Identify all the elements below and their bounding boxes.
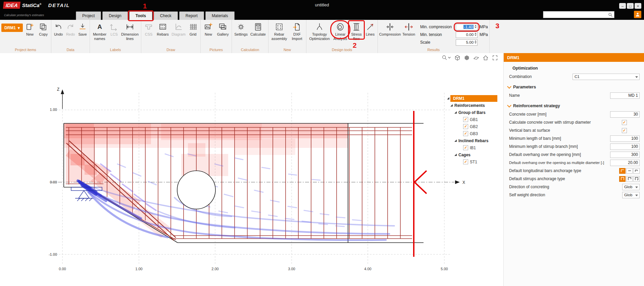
ribbon-rebar-assembly-button[interactable]: Rebar assembly	[270, 21, 289, 41]
calc-cover-checkbox[interactable]: ✓	[622, 120, 627, 125]
prop-row-name: Name MD 1	[504, 91, 644, 99]
restore-button[interactable]: □	[627, 3, 634, 9]
ribbon-dimension-lines-button[interactable]: Dimension lines	[120, 21, 140, 41]
zoom-button[interactable]	[442, 55, 451, 61]
search-input[interactable]	[545, 12, 608, 17]
collapse-arrow-icon[interactable]	[454, 111, 457, 114]
min-compression-input[interactable]: -1.40 3	[456, 24, 478, 30]
tree-item-inclined-rebars[interactable]: Inclined Rebars	[447, 137, 497, 144]
tab-project[interactable]: Project	[76, 11, 101, 20]
ribbon-topology-optimization-button[interactable]: Topology Optimization	[308, 21, 331, 41]
ribbon-copy-button[interactable]: Copy	[37, 21, 50, 37]
stirrup-open-button[interactable]	[626, 176, 633, 182]
collapse-arrow-icon[interactable]	[450, 104, 453, 107]
combination-select[interactable]: C1	[573, 74, 640, 80]
prop-row-direction-concreting: Direction of concreting Glob	[504, 183, 644, 191]
lines-label: Lines	[366, 32, 375, 37]
x-tick: 0.00	[59, 267, 66, 271]
concrete-cover-field[interactable]: 30	[610, 111, 640, 118]
ribbon-lcs-button[interactable]: LCS	[109, 21, 119, 37]
name-field[interactable]: MD 1	[610, 92, 640, 99]
ribbon-grid-button[interactable]: Grid	[187, 21, 199, 37]
anchorage-hook-button[interactable]	[619, 168, 626, 174]
min-length-bars-field[interactable]: 100	[610, 135, 640, 142]
ribbon-rebars-button[interactable]: Rebars	[155, 21, 170, 37]
collapse-arrow-icon[interactable]	[454, 139, 457, 142]
tab-check[interactable]: Check	[154, 11, 178, 20]
ribbon-group-data: Undo Redo Save Data	[51, 20, 90, 53]
self-weight-select[interactable]: Glob	[622, 192, 640, 198]
spinner-arrows[interactable]	[475, 40, 477, 44]
collapse-arrow-icon[interactable]	[447, 97, 449, 99]
tab-report[interactable]: Report	[179, 11, 204, 20]
ribbon-lines-button[interactable]: Lines	[364, 21, 376, 37]
anchorage-straight-button[interactable]	[626, 168, 633, 174]
section-parameters: Parameters	[504, 83, 644, 91]
prop-row-longitudinal-anchorage: Default longitudinal bars anchorage type	[504, 167, 644, 175]
stirrup-hook-button[interactable]	[633, 176, 640, 182]
tree-root-drm1[interactable]: DRM1	[447, 95, 497, 102]
tree-item-st1[interactable]: ✓ ST1	[447, 158, 497, 165]
ribbon-undo-button[interactable]: Undo	[53, 21, 64, 37]
model-canvas[interactable]: Z X 1.00 0.00 -1.00 0.00 1.00 2.00 3.00 …	[0, 53, 503, 286]
tab-design[interactable]: Design	[102, 11, 128, 20]
checkbox-checked-icon[interactable]: ✓	[463, 131, 468, 136]
chevron-down-icon[interactable]	[507, 103, 511, 108]
tree-item-gb1[interactable]: ✓ GB1	[447, 116, 497, 123]
tree-item-gb2[interactable]: ✓ GB2	[447, 123, 497, 130]
structural-view[interactable]: Z X 1.00 0.00 -1.00 0.00 1.00 2.00 3.00 …	[0, 53, 503, 286]
group-label-data: Data	[53, 47, 88, 53]
spinner-arrows[interactable]	[475, 33, 477, 36]
user-account-button[interactable]	[634, 11, 641, 18]
ribbon-member-names-button[interactable]: A Member names	[91, 21, 108, 41]
collapse-arrow-icon[interactable]	[454, 154, 457, 156]
tab-tools[interactable]: Tools 1	[129, 11, 152, 20]
overhang-multiple-field[interactable]: 20.00	[610, 160, 640, 166]
checkbox-checked-icon[interactable]: ✓	[463, 117, 468, 122]
checkbox-checked-icon[interactable]: ✓	[463, 145, 468, 150]
ribbon-css-button[interactable]: CSS	[143, 21, 155, 37]
ribbon-tension-button[interactable]: Tension	[401, 21, 416, 37]
ribbon-gallery-button[interactable]: Gallery	[215, 21, 230, 37]
ribbon-stress-flow-button[interactable]: Stress flow 2	[349, 21, 363, 41]
checkbox-checked-icon[interactable]: ✓	[463, 124, 468, 129]
tree-item-gb3[interactable]: ✓ GB3	[447, 130, 497, 137]
direction-concreting-select[interactable]: Glob	[622, 184, 640, 190]
fit-view-button[interactable]	[492, 55, 498, 61]
tree-item-ib1[interactable]: ✓ IB1	[447, 144, 497, 151]
project-item-selector[interactable]: DRM1 ▾	[1, 24, 23, 32]
min-tension-input[interactable]: 0.00	[456, 32, 478, 38]
tree-item-reinforcements[interactable]: Reinforcements	[447, 102, 497, 109]
plane-view-button[interactable]	[473, 55, 479, 61]
ribbon-new-button[interactable]: New	[23, 21, 36, 37]
axonometry-view-button[interactable]	[454, 55, 460, 61]
spinner-arrows[interactable]	[475, 25, 477, 28]
chevron-down-icon[interactable]	[507, 84, 511, 89]
solid-view-button[interactable]	[464, 55, 470, 61]
tree-item-group-of-bars[interactable]: Group of Bars	[447, 109, 497, 116]
tree-item-cages[interactable]: Cages	[447, 151, 497, 158]
scale-input[interactable]: 5.00	[456, 39, 478, 46]
min-tension-label: Min. tension	[420, 32, 456, 37]
scale-row: Scale 5.00	[420, 39, 488, 45]
scale-value: 5.00	[466, 40, 474, 44]
ribbon-picture-new-button[interactable]: New	[202, 21, 215, 37]
ribbon-dxf-import-button[interactable]: DXF Import	[289, 21, 305, 41]
vertical-bars-checkbox[interactable]: ✓	[622, 128, 627, 133]
checkbox-checked-icon[interactable]: ✓	[463, 159, 468, 164]
ribbon-compression-button[interactable]: Compression	[379, 21, 401, 37]
close-button[interactable]: ×	[635, 3, 641, 9]
home-view-button[interactable]	[483, 55, 489, 61]
ribbon-settings-button[interactable]: Settings	[233, 21, 249, 37]
tab-materials[interactable]: Materials	[205, 11, 235, 20]
anchorage-loop-button[interactable]	[633, 168, 640, 174]
ribbon-diagram-button[interactable]: Diagram	[171, 21, 186, 37]
ribbon-linear-analysis-button[interactable]: Linear Analysis	[332, 21, 349, 41]
stirrup-closed-button[interactable]	[619, 176, 626, 182]
ribbon-calculate-button[interactable]: Calculate	[249, 21, 267, 37]
minimize-button[interactable]: –	[619, 3, 626, 9]
overhang-field[interactable]: 300	[610, 152, 640, 158]
ribbon-save-button[interactable]: Save	[77, 21, 88, 37]
min-length-stirrup-field[interactable]: 100	[610, 144, 640, 150]
ribbon-redo-button[interactable]: Redo	[65, 21, 76, 37]
